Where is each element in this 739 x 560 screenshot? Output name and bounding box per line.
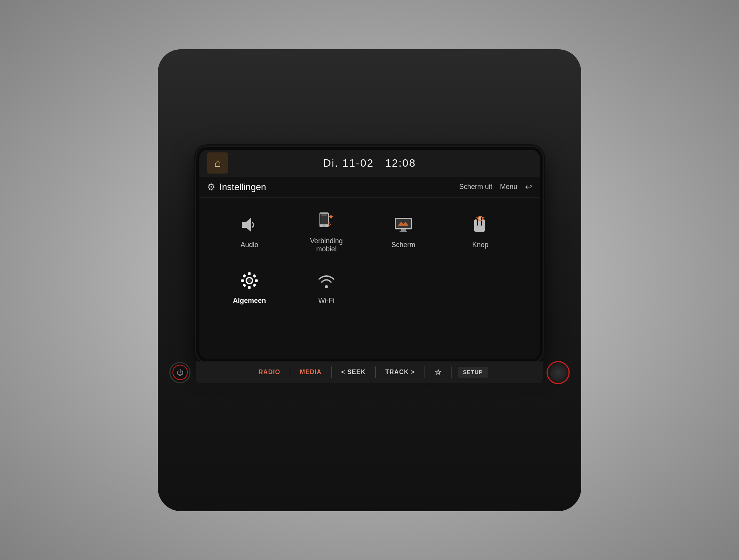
radio-button[interactable]: RADIO xyxy=(251,366,288,379)
svg-point-3 xyxy=(323,225,325,227)
datetime-display: Di. 11-02 12:08 xyxy=(228,157,511,169)
gear-settings-icon xyxy=(239,269,259,292)
svg-rect-18 xyxy=(248,272,251,275)
power-icon: ⏻ xyxy=(172,365,188,380)
scherm-label: Scherm xyxy=(391,241,415,249)
knop-label: Knop xyxy=(472,241,488,249)
svg-rect-8 xyxy=(396,219,411,228)
algemeen-label: Algemeen xyxy=(233,297,266,305)
svg-rect-11 xyxy=(400,231,407,232)
svg-marker-0 xyxy=(242,218,251,232)
svg-rect-21 xyxy=(255,279,258,282)
divider-4 xyxy=(425,366,425,378)
car-dashboard: ⌂ Di. 11-02 12:08 ⚙ Instellingen Scherm … xyxy=(158,49,581,511)
title-bar-actions: Scherm uit Menu ↩ xyxy=(459,182,532,192)
infotainment-screen: ⌂ Di. 11-02 12:08 ⚙ Instellingen Scherm … xyxy=(199,150,540,359)
menu-item-knop[interactable]: Knop xyxy=(442,206,519,257)
svg-text:B: B xyxy=(328,221,331,227)
media-button[interactable]: MEDIA xyxy=(292,366,329,379)
menu-item-scherm[interactable]: Scherm xyxy=(365,206,442,257)
svg-rect-20 xyxy=(241,279,244,282)
seek-button[interactable]: < SEEK xyxy=(334,366,373,379)
volume-knob[interactable] xyxy=(547,361,570,384)
svg-rect-24 xyxy=(242,283,246,287)
page-title: Instellingen xyxy=(219,182,459,192)
svg-rect-4 xyxy=(321,214,327,216)
verbinding-mobiel-label: Verbinding mobiel xyxy=(310,237,343,254)
settings-menu-grid: Audio xyxy=(211,206,528,309)
bottom-controls: RADIO MEDIA < SEEK TRACK > ☆ SETUP xyxy=(196,361,543,383)
menu-row-1: Audio xyxy=(211,206,528,257)
menu-item-wifi[interactable]: Wi-Fi xyxy=(288,265,365,309)
display-icon xyxy=(393,213,413,236)
menu-item-audio[interactable]: Audio xyxy=(211,206,288,257)
screen-off-button[interactable]: Scherm uit xyxy=(459,183,492,191)
audio-icon xyxy=(239,213,259,236)
top-bar: ⌂ Di. 11-02 12:08 xyxy=(199,150,540,177)
svg-point-27 xyxy=(325,285,328,288)
svg-rect-23 xyxy=(252,274,256,278)
svg-text:✦: ✦ xyxy=(328,213,334,221)
svg-rect-25 xyxy=(252,283,256,287)
wifi-label: Wi-Fi xyxy=(318,297,334,305)
home-icon: ⌂ xyxy=(214,157,221,169)
menu-item-algemeen[interactable]: Algemeen xyxy=(211,265,288,309)
power-button[interactable]: ⏻ xyxy=(169,362,191,383)
track-button[interactable]: TRACK > xyxy=(378,366,423,379)
svg-rect-15 xyxy=(474,226,485,232)
volume-knob-inner xyxy=(550,364,567,381)
divider-3 xyxy=(375,366,376,378)
menu-button[interactable]: Menu xyxy=(500,183,517,191)
divider-5 xyxy=(451,366,452,378)
svg-point-26 xyxy=(247,279,251,283)
audio-label: Audio xyxy=(241,241,258,249)
title-bar: ⚙ Instellingen Scherm uit Menu ↩ xyxy=(199,177,540,198)
wifi-icon xyxy=(316,269,336,292)
touch-icon xyxy=(470,213,490,236)
svg-rect-19 xyxy=(248,286,251,289)
setup-button[interactable]: SETUP xyxy=(458,367,488,378)
settings-gear-icon: ⚙ xyxy=(207,182,216,192)
favorite-button[interactable]: ☆ xyxy=(427,364,450,380)
screen-housing: ⌂ Di. 11-02 12:08 ⚙ Instellingen Scherm … xyxy=(196,147,543,362)
svg-rect-22 xyxy=(242,274,246,278)
phone-bluetooth-icon: ✦ B xyxy=(316,209,336,232)
divider-2 xyxy=(331,366,332,378)
main-content: Audio xyxy=(199,198,540,359)
home-button[interactable]: ⌂ xyxy=(207,152,228,174)
divider-1 xyxy=(290,366,290,378)
menu-item-verbinding-mobiel[interactable]: ✦ B Verbinding mobiel xyxy=(288,206,365,257)
svg-rect-10 xyxy=(401,229,406,231)
menu-row-2: Algemeen xyxy=(211,265,528,309)
back-button[interactable]: ↩ xyxy=(525,182,532,192)
bottom-controls-wrapper: ⏻ RADIO MEDIA < SEEK TRACK > ☆ SETUP xyxy=(196,362,543,383)
